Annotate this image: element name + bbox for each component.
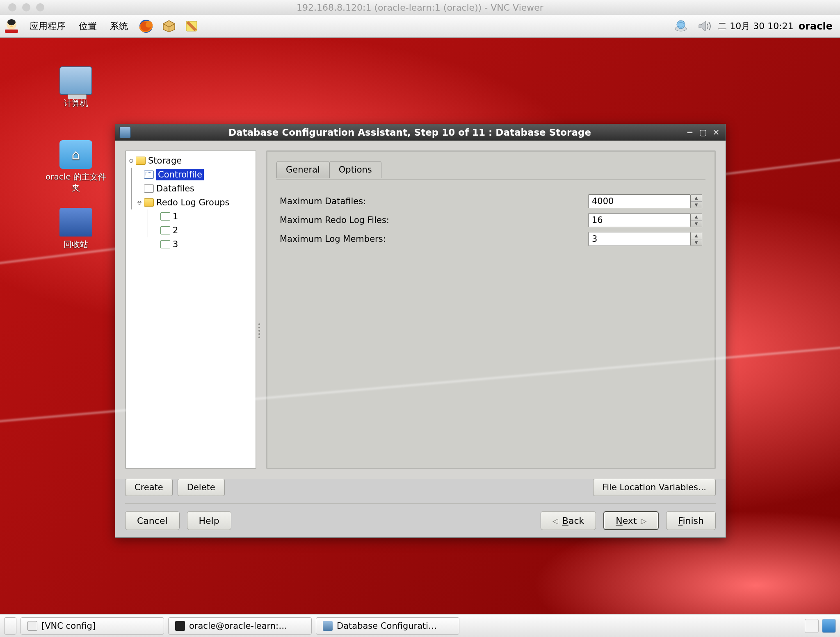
tree-node-redolog[interactable]: ⊖ Redo Log Groups xyxy=(128,196,254,209)
delete-button[interactable]: Delete xyxy=(178,479,225,496)
input-max-members[interactable] xyxy=(588,232,691,246)
right-panel: General Options Maximum Datafiles: ▲▼ xyxy=(266,150,716,469)
dbca-title: Database Configuration Assistant, Step 1… xyxy=(135,127,685,138)
redolog-icon xyxy=(160,240,170,248)
desktop-icon-label: oracle 的主文件夹 xyxy=(45,171,107,193)
controlfile-icon xyxy=(144,171,154,179)
tabs: General Options xyxy=(276,161,705,178)
desktop-icon-trash[interactable]: 回收站 xyxy=(45,208,107,250)
desktop-icon-label: 计算机 xyxy=(45,98,107,109)
row-max-datafiles: Maximum Datafiles: ▲▼ xyxy=(280,192,702,211)
tree-node-redogroup-2[interactable]: 2 xyxy=(128,223,254,237)
back-button[interactable]: ◁ Back xyxy=(541,511,596,530)
storage-tree[interactable]: ⊖ Storage Controlfile Datafil xyxy=(125,150,256,469)
wizard-nav: Cancel Help ◁ Back Next ▷ Finish xyxy=(115,504,726,537)
mac-close-icon[interactable] xyxy=(8,3,16,11)
create-button[interactable]: Create xyxy=(125,479,173,496)
workspace-switcher[interactable] xyxy=(805,619,819,633)
label-max-members: Maximum Log Members: xyxy=(280,234,505,244)
gnome-bottom-panel: [VNC config] oracle@oracle-learn:… Datab… xyxy=(0,614,840,637)
menu-system[interactable]: 系统 xyxy=(106,18,132,35)
trash-icon xyxy=(59,208,92,237)
label-max-redolog: Maximum Redo Log Files: xyxy=(280,215,505,225)
desktop-icon-home[interactable]: ⌂ oracle 的主文件夹 xyxy=(45,140,107,193)
next-button[interactable]: Next ▷ xyxy=(603,511,659,530)
volume-icon[interactable] xyxy=(695,17,713,35)
minimize-icon[interactable]: ━ xyxy=(685,128,695,137)
mac-zoom-icon[interactable] xyxy=(36,3,44,11)
vnc-session: 应用程序 位置 系统 二 10月 30 10:21 oracle 计算机 ⌂ o… xyxy=(0,15,840,637)
oracle-linux-icon[interactable] xyxy=(2,17,21,35)
workspace-switcher-alt[interactable] xyxy=(822,619,836,633)
spinner-down-icon[interactable]: ▼ xyxy=(691,221,702,227)
input-max-redolog[interactable] xyxy=(588,213,691,227)
task-terminal[interactable]: oracle@oracle-learn:… xyxy=(168,617,312,635)
show-desktop-button[interactable] xyxy=(4,617,16,635)
gnome-top-panel: 应用程序 位置 系统 二 10月 30 10:21 oracle xyxy=(0,15,840,38)
tree-label: 2 xyxy=(173,225,178,235)
spinner-up-icon[interactable]: ▲ xyxy=(691,195,702,202)
svg-point-5 xyxy=(10,25,13,27)
tree-label: Redo Log Groups xyxy=(156,198,229,207)
redolog-icon xyxy=(160,212,170,221)
firefox-icon[interactable] xyxy=(137,17,155,35)
tree-node-redogroup-1[interactable]: 1 xyxy=(128,209,254,223)
svg-point-3 xyxy=(9,23,11,25)
svg-point-2 xyxy=(7,19,16,25)
desktop[interactable]: 计算机 ⌂ oracle 的主文件夹 回收站 Database Configur… xyxy=(0,38,840,614)
clock[interactable]: 二 10月 30 10:21 xyxy=(718,20,793,32)
menu-places[interactable]: 位置 xyxy=(75,18,101,35)
spinner-up-icon[interactable]: ▲ xyxy=(691,232,702,239)
close-icon[interactable]: ✕ xyxy=(711,128,721,137)
options-form: Maximum Datafiles: ▲▼ Maximum Redo Log F… xyxy=(276,184,705,256)
tree-node-controlfile[interactable]: Controlfile xyxy=(128,168,254,182)
tree-node-redogroup-3[interactable]: 3 xyxy=(128,237,254,251)
tab-general[interactable]: General xyxy=(276,161,329,178)
finish-label: Finish xyxy=(678,516,704,526)
tree-node-datafiles[interactable]: Datafiles xyxy=(128,182,254,196)
finish-button[interactable]: Finish xyxy=(666,511,716,530)
spinner-down-icon[interactable]: ▼ xyxy=(691,202,702,208)
tree-label: Datafiles xyxy=(156,184,194,193)
dbca-body: ⊖ Storage Controlfile Datafil xyxy=(115,141,726,479)
tab-options[interactable]: Options xyxy=(329,161,381,178)
collapse-icon[interactable]: ⊖ xyxy=(136,199,143,206)
input-max-datafiles[interactable] xyxy=(588,194,691,208)
tree-label: 1 xyxy=(173,212,178,221)
notes-icon[interactable] xyxy=(183,17,201,35)
tree-label: Storage xyxy=(148,156,182,166)
spinner-up-icon[interactable]: ▲ xyxy=(691,214,702,221)
label-max-datafiles: Maximum Datafiles: xyxy=(280,196,505,206)
desktop-icon-computer[interactable]: 计算机 xyxy=(45,66,107,109)
dbca-titlebar[interactable]: Database Configuration Assistant, Step 1… xyxy=(115,124,726,141)
svg-rect-0 xyxy=(5,30,18,33)
terminal-icon xyxy=(175,621,185,631)
maximize-icon[interactable]: ▢ xyxy=(698,128,708,137)
menu-applications[interactable]: 应用程序 xyxy=(25,18,70,35)
network-icon[interactable] xyxy=(672,17,690,35)
user-menu[interactable]: oracle xyxy=(799,20,833,32)
collapse-icon[interactable]: ⊖ xyxy=(128,157,135,164)
desktop-icon-label: 回收站 xyxy=(45,239,107,250)
spin-max-datafiles: ▲▼ xyxy=(588,194,702,208)
task-dbca[interactable]: Database Configurati… xyxy=(316,617,459,635)
spinner-down-icon[interactable]: ▼ xyxy=(691,239,702,246)
package-icon[interactable] xyxy=(160,17,178,35)
help-button[interactable]: Help xyxy=(187,511,231,530)
host-titlebar: 192.168.8.120:1 (oracle-learn:1 (oracle)… xyxy=(0,0,840,15)
mac-min-icon[interactable] xyxy=(22,3,30,11)
task-label: [VNC config] xyxy=(41,621,96,631)
task-label: Database Configurati… xyxy=(337,621,437,631)
mid-button-row: Create Delete File Location Variables... xyxy=(115,479,726,502)
datafile-icon xyxy=(144,184,154,193)
cancel-button[interactable]: Cancel xyxy=(125,511,180,530)
spin-max-redolog: ▲▼ xyxy=(588,213,702,227)
file-location-vars-button[interactable]: File Location Variables... xyxy=(593,479,716,496)
tree-node-storage[interactable]: ⊖ Storage xyxy=(128,154,254,168)
svg-point-9 xyxy=(677,20,685,29)
task-vnc-config[interactable]: [VNC config] xyxy=(21,617,164,635)
back-label: Back xyxy=(562,516,584,526)
splitter-handle[interactable] xyxy=(257,314,261,347)
spin-max-members: ▲▼ xyxy=(588,232,702,246)
tree-label: Controlfile xyxy=(156,169,204,180)
